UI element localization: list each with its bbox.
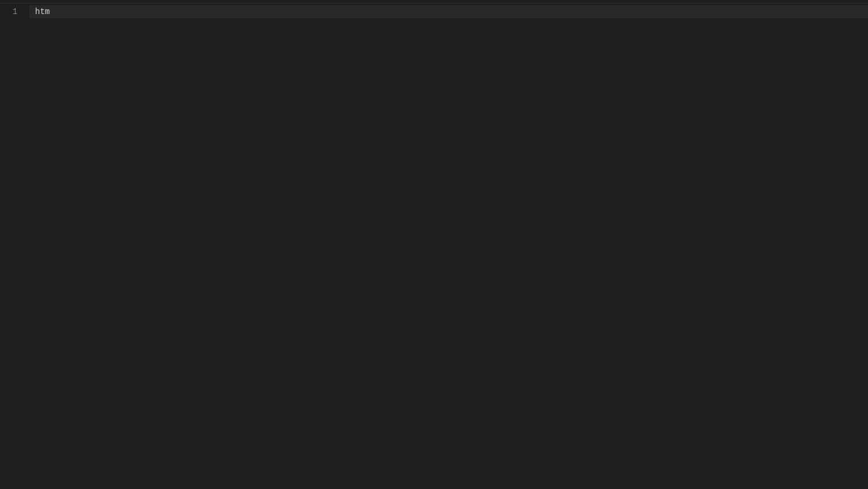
line-number[interactable]: 1	[0, 5, 18, 18]
code-line[interactable]: htm	[35, 5, 868, 18]
code-editor-area[interactable]: htm	[29, 4, 868, 489]
code-text: htm	[35, 7, 50, 16]
line-number-gutter[interactable]: 1	[0, 4, 29, 489]
editor-container: 1 htm	[0, 4, 868, 489]
